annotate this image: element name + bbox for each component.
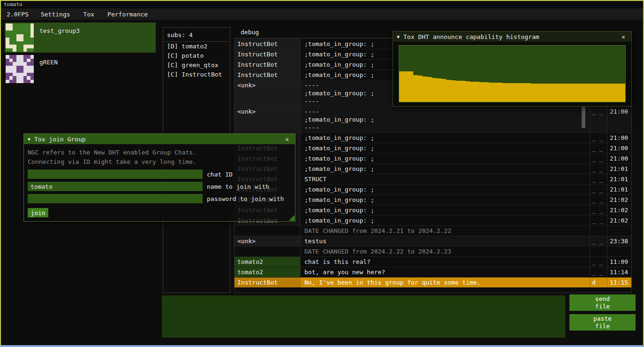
group-avatar-icon (6, 55, 34, 83)
sidebar-group-test_group3[interactable]: test_group3 (5, 23, 156, 53)
histogram-bar (611, 84, 616, 102)
close-icon[interactable]: ✕ (283, 136, 291, 143)
chat-row[interactable]: DATE CHANGED from 2024.2.21 to 2024.2.22 (235, 226, 631, 236)
chat-row[interactable]: tomato2chat is this real?_ _11:09 (235, 257, 631, 267)
subscribers-header: subs: 4 (163, 28, 230, 42)
chat-timestamp: 21:02 (607, 216, 631, 225)
chat-id-input[interactable] (28, 170, 203, 179)
chat-message-text: DATE CHANGED from 2024.2.21 to 2024.2.22 (300, 226, 590, 236)
histogram-bar (512, 83, 517, 102)
histogram-bar (493, 83, 498, 102)
histogram-bar (404, 71, 409, 102)
join-name-input[interactable] (28, 182, 203, 191)
join-password-input[interactable] (28, 194, 203, 203)
menu-bar: 2.0FPS SettingsToxPerformance (1, 8, 643, 20)
scrollbar-thumb[interactable] (582, 107, 585, 128)
sidebar-group-gREEN[interactable]: gREEN (5, 54, 156, 84)
chat-author: InstructBot (235, 39, 300, 49)
chat-message-text: ;tomato_in_group: ; (300, 185, 590, 194)
chat-flags (590, 226, 607, 236)
chat-timestamp: 21:00 (607, 143, 631, 153)
histogram-bar (569, 84, 574, 102)
collapse-arrow-icon[interactable]: ▼ (397, 34, 400, 39)
menu-item-performance[interactable]: Performance (101, 11, 154, 18)
chat-flags: _ _ (590, 205, 607, 215)
chat-message-text: DATE CHANGED from 2024.2.22 to 2024.2.23 (300, 247, 590, 256)
chat-row[interactable]: <unk>testus_ _23:38 (235, 236, 631, 247)
histogram-bar (616, 84, 621, 102)
chat-author: <unk> (235, 236, 300, 246)
chat-row[interactable]: <unk>---- ;tomato_in_group: ; ----_ _21:… (235, 107, 631, 133)
chat-author: <unk> (235, 80, 300, 106)
chat-timestamp: 11:14 (607, 267, 631, 277)
chat-author (235, 247, 300, 256)
histogram-bar (475, 82, 479, 102)
chat-author: InstructBot (235, 49, 300, 59)
menu-item-tox[interactable]: Tox (77, 11, 101, 18)
collapse-arrow-icon[interactable]: ▼ (28, 137, 30, 142)
chat-author: InstructBot (235, 70, 300, 80)
chat-message-text: ;tomato_in_group: ; (300, 205, 590, 215)
chat-timestamp: 21:01 (607, 174, 631, 184)
join-group-titlebar[interactable]: ▼ Tox join Group ✕ (24, 134, 295, 144)
chat-flags: _ _ (590, 185, 607, 194)
histogram-bar (437, 78, 441, 102)
chat-author: tomato2 (235, 257, 300, 267)
histogram-bar (413, 75, 418, 102)
histogram-bar (409, 71, 413, 102)
histogram-bar (508, 83, 512, 102)
member-item[interactable]: [C] potato (163, 51, 230, 61)
chat-flags: _ _ (590, 195, 607, 205)
chat-flags: d (590, 278, 607, 287)
histogram-bar (446, 80, 451, 102)
join-group-title: Tox join Group (34, 136, 283, 143)
member-item[interactable]: [C] green_qtox (163, 61, 230, 70)
chat-timestamp (607, 226, 631, 236)
chat-message-text: bot, are you new here? (300, 267, 590, 277)
histogram-bar (498, 83, 503, 102)
dht-histogram-title: Tox DHT announce capability histogram (403, 33, 619, 40)
member-item[interactable]: [C] InstructBot (163, 70, 230, 79)
chat-row[interactable]: tomato2bot, are you new here?_ _11:14 (235, 267, 631, 278)
join-group-description-line1: NGC refers to the New DHT enabled Group … (28, 148, 291, 157)
menu-item-settings[interactable]: Settings (34, 11, 77, 18)
chat-timestamp: 11:09 (607, 257, 631, 267)
paste-file-button[interactable]: paste file (569, 314, 636, 331)
histogram-bar (540, 84, 545, 102)
histogram-bar (470, 82, 475, 102)
group-name: gREEN (35, 54, 58, 84)
dht-histogram-titlebar[interactable]: ▼ Tox DHT announce capability histogram … (393, 31, 631, 42)
chat-flags: _ _ (590, 257, 607, 267)
resize-grip[interactable] (289, 215, 295, 221)
window-titlebar[interactable]: tomato (1, 1, 643, 8)
member-item[interactable]: [D] tomato2 (163, 42, 230, 51)
histogram-bar (560, 84, 564, 102)
histogram-bar (517, 83, 522, 102)
group-sidebar: test_group3gREEN (5, 23, 156, 85)
chat-timestamp: 21:00 (607, 154, 631, 163)
histogram-bar (456, 81, 461, 102)
chat-row[interactable]: InstructBotNo, I've been in this group f… (235, 278, 631, 288)
join-button[interactable]: join (28, 208, 48, 217)
chat-message-text: STRUCT (300, 174, 590, 184)
tab-debug[interactable]: debug (234, 27, 265, 38)
join-group-body: NGC refers to the New DHT enabled Group … (24, 144, 295, 221)
chat-timestamp (607, 247, 631, 256)
close-icon[interactable]: ✕ (619, 33, 628, 40)
chat-row[interactable]: DATE CHANGED from 2024.2.22 to 2024.2.23 (235, 247, 631, 257)
histogram-bar (545, 84, 550, 102)
chat-message-text: No, I've been in this group for quite so… (300, 278, 590, 287)
histogram-bar (427, 77, 432, 102)
chat-author: InstructBot (235, 60, 300, 69)
join-group-window: ▼ Tox join Group ✕ NGC refers to the New… (23, 133, 295, 222)
join-name-label: name to join with (207, 183, 269, 190)
group-avatar-icon (6, 23, 34, 52)
send-file-button[interactable]: send file (569, 294, 636, 311)
chat-timestamp: 21:00 (607, 107, 631, 132)
histogram-bar (583, 84, 588, 102)
chat-message-text: ;tomato_in_group: ; (300, 216, 590, 225)
message-composer-input[interactable] (162, 295, 565, 338)
chat-timestamp: 11:15 (607, 278, 631, 287)
histogram-bar (484, 82, 489, 102)
histogram-bar (489, 83, 493, 102)
